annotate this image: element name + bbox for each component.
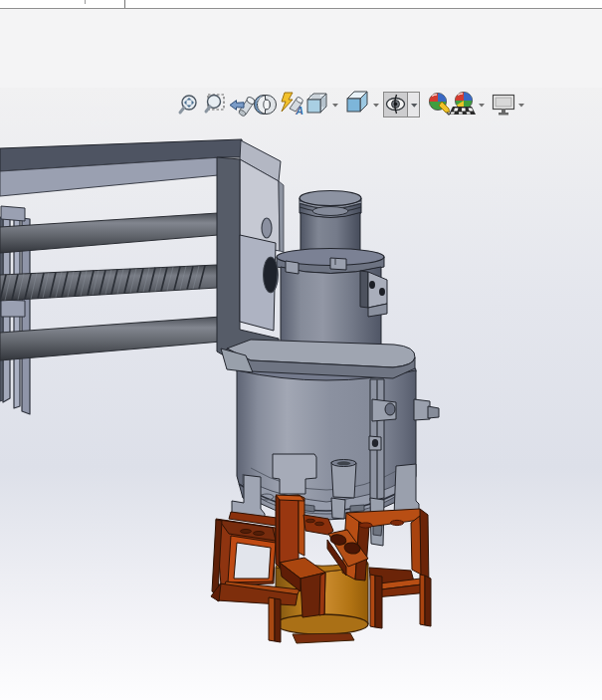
- svg-text:A: A: [295, 105, 303, 117]
